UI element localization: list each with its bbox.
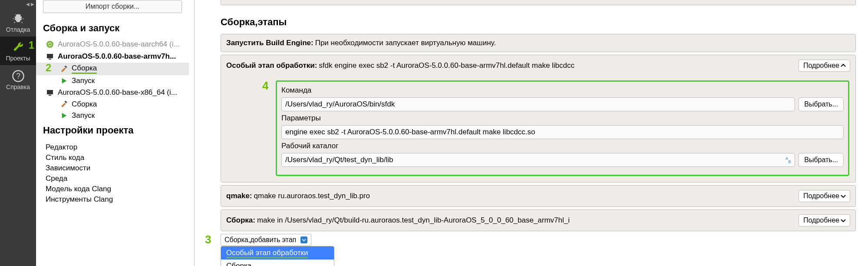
settings-dependencies[interactable]: Зависимости — [46, 163, 182, 173]
play-icon — [60, 77, 68, 85]
svg-rect-9 — [64, 100, 67, 103]
chevron-up-icon — [840, 63, 846, 69]
subrow-build-label2: Сборка — [72, 100, 97, 109]
main-content: Сборка,этапы Запустить Build Engine: При… — [195, 0, 868, 266]
kit-aarch64[interactable]: AuroraOS-5.0.0.60-base-aarch64 (i... — [36, 38, 189, 50]
iconbar-help[interactable]: ? Справка — [0, 65, 36, 94]
settings-environment[interactable]: Среда — [46, 173, 182, 184]
build-steps-heading: Сборка,этапы — [221, 7, 856, 34]
reload-icon — [46, 40, 54, 49]
kit-x8664-label: AuroraOS-5.0.0.60-base-x86_64 (i... — [58, 88, 177, 97]
kit-x8664[interactable]: AuroraOS-5.0.0.60-base-x86_64 (i... — [36, 86, 189, 99]
step-custom-title: Особый этап обработки: — [226, 61, 317, 70]
import-build-button[interactable]: Импорт сборки... — [43, 0, 182, 13]
marker-1: 1 — [29, 39, 34, 51]
chevron-down-icon — [840, 217, 846, 223]
chevron-down-icon — [840, 193, 846, 199]
details-label2: Подробнее — [803, 192, 839, 200]
sidebar: Импорт сборки... Сборка и запуск AuroraO… — [36, 0, 195, 266]
step-engine-title: Запустить Build Engine: — [226, 39, 314, 47]
step-custom-process: Особый этап обработки: sfdk engine exec … — [221, 55, 856, 183]
subrow-build-x8664[interactable]: Сборка — [36, 99, 189, 110]
bug-icon — [12, 12, 25, 25]
wd-input[interactable] — [281, 153, 795, 167]
kit-armv7hl[interactable]: AuroraOS-5.0.0.60-base-armv7h... — [36, 50, 189, 63]
choose-command-button[interactable]: Выбрать... — [799, 97, 844, 111]
step-start-build-engine: Запустить Build Engine: При необходимост… — [221, 34, 856, 52]
step-qmake: qmake: qmake ru.auroraos.test_dyn_lib.pr… — [221, 185, 856, 207]
details-label: Подробнее — [803, 62, 839, 70]
subrow-run-label2: Запуск — [72, 111, 95, 120]
wrench-icon — [12, 41, 25, 54]
details-label3: Подробнее — [803, 216, 839, 224]
marker-4: 4 — [262, 79, 268, 93]
details-button-make[interactable]: Подробнее — [799, 214, 850, 226]
variable-icon[interactable]: ᴬB — [785, 156, 791, 164]
svg-rect-6 — [64, 65, 67, 68]
settings-codestyle[interactable]: Стиль кода — [46, 153, 182, 163]
partial-panel-top — [221, 0, 856, 5]
svg-text:?: ? — [16, 72, 20, 80]
step-make-desc: make in /Users/vlad_ry/Qt/build-ru.auror… — [257, 216, 797, 225]
play-icon — [60, 112, 68, 120]
subrow-run-armv7hl[interactable]: Запуск — [36, 75, 189, 86]
command-input[interactable] — [281, 97, 795, 111]
settings-editor[interactable]: Редактор — [46, 142, 182, 153]
iconbar-debug[interactable]: Отладка — [0, 8, 36, 37]
marker-2: 2 — [36, 62, 51, 74]
settings-clang-model[interactable]: Модель кода Clang — [46, 184, 182, 194]
label-params: Параметры — [281, 114, 321, 122]
svg-point-0 — [15, 16, 21, 21]
iconbar-debug-label: Отладка — [6, 26, 30, 33]
svg-point-3 — [46, 41, 53, 48]
iconbar-projects-label: Проекты — [6, 55, 30, 62]
svg-rect-4 — [47, 54, 53, 58]
add-step-popup: Особый этап обработки Сборка Запустить B… — [221, 246, 334, 266]
choose-wd-button[interactable]: Выбрать... — [799, 153, 844, 167]
help-icon: ? — [12, 70, 25, 83]
popup-build[interactable]: Сборка — [221, 259, 334, 266]
section-build-run-title: Сборка и запуск — [36, 19, 189, 38]
subrow-build-label: Сборка — [72, 64, 97, 74]
add-build-step-button[interactable]: Сборка,добавить этап — [221, 234, 311, 246]
kit-armv7hl-label: AuroraOS-5.0.0.60-base-armv7h... — [58, 52, 176, 61]
dropdown-square-icon — [300, 236, 307, 243]
device-icon — [46, 88, 54, 97]
label-wd: Рабочий каталог — [281, 142, 338, 150]
popup-custom-process[interactable]: Особый этап обработки — [221, 246, 334, 259]
step-custom-desc: sfdk engine exec sb2 -t AuroraOS-5.0.0.6… — [319, 61, 797, 70]
popup-custom-label: Особый этап обработки — [226, 249, 308, 258]
marker-3: 3 — [205, 233, 211, 246]
kit-aarch64-label: AuroraOS-5.0.0.60-base-aarch64 (i... — [58, 40, 180, 49]
add-build-step-label: Сборка,добавить этап — [224, 236, 296, 244]
iconbar-help-label: Справка — [6, 83, 30, 90]
svg-rect-8 — [49, 95, 51, 96]
step-qmake-desc: qmake ru.auroraos.test_dyn_lib.pro — [254, 192, 797, 200]
step-make: Сборка: make in /Users/vlad_ry/Qt/build-… — [221, 209, 856, 231]
svg-rect-5 — [49, 59, 51, 60]
details-button-custom[interactable]: Подробнее — [799, 60, 850, 72]
step-engine-desc: При необходимости запускает виртуальную … — [315, 39, 850, 47]
settings-clang-tools[interactable]: Инструменты Clang — [46, 194, 182, 205]
hammer-icon — [60, 65, 68, 73]
section-project-settings-title: Настройки проекта — [36, 121, 189, 140]
subrow-run-x8664[interactable]: Запуск — [36, 110, 189, 121]
device-icon — [46, 52, 54, 61]
left-icon-bar: ◀ ▶ Отладка 1 Проекты ? Справка — [0, 0, 36, 266]
subrow-build-armv7hl[interactable]: Сборка — [36, 63, 189, 75]
details-button-qmake[interactable]: Подробнее — [799, 190, 850, 202]
settings-list: Редактор Стиль кода Зависимости Среда Мо… — [36, 140, 189, 205]
highlighted-fields: 4 Команда Выбрать... Параметры — [276, 80, 849, 176]
hammer-icon — [60, 100, 68, 108]
iconbar-projects[interactable]: 1 Проекты — [0, 37, 36, 65]
iconbar-chevrons[interactable]: ◀ ▶ — [0, 0, 36, 8]
subrow-run-label: Запуск — [72, 76, 95, 85]
step-make-title: Сборка: — [226, 216, 255, 225]
params-input[interactable] — [281, 125, 844, 139]
svg-rect-7 — [47, 90, 53, 94]
step-qmake-title: qmake: — [226, 192, 252, 200]
label-command: Команда — [281, 86, 311, 94]
